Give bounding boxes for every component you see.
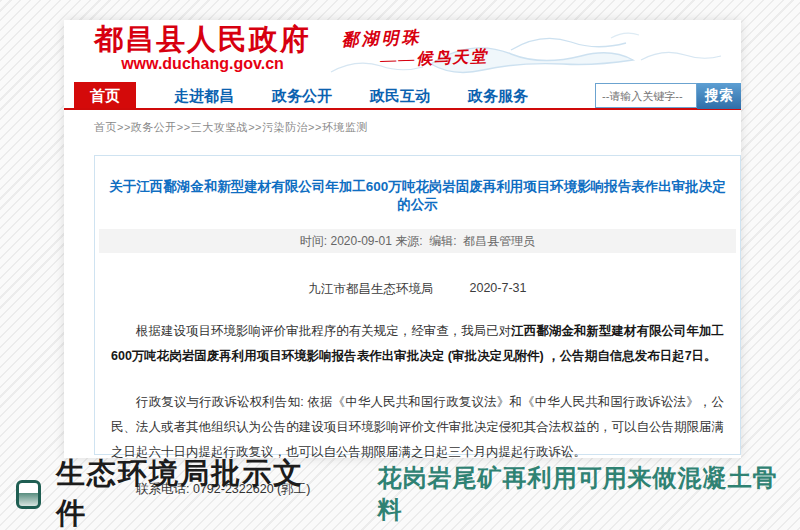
caption-heading: 生态环境局批示文件: [56, 454, 333, 530]
byline-date: 2020-7-31: [470, 281, 527, 298]
nav-item-about-duchang[interactable]: 走进都昌: [174, 82, 234, 108]
caption-band: 生态环境局批示文件 花岗岩尾矿再利用可用来做混凝土骨料: [0, 458, 800, 530]
search-bar: 搜索: [595, 83, 741, 109]
site-name: 都昌县人民政府: [94, 24, 311, 55]
byline-organization: 九江市都昌生态环境局: [309, 281, 434, 298]
site-slogan: 鄱湖明珠 ——候鸟天堂: [341, 23, 488, 72]
caption-subtext: 花岗岩尾矿再利用可用来做混凝土骨料: [377, 462, 800, 526]
search-input[interactable]: [595, 83, 697, 108]
nav-item-gov-services[interactable]: 政务服务: [468, 82, 528, 108]
nav-item-public-interaction[interactable]: 政民互动: [370, 82, 430, 108]
slogan-line2: ——候鸟天堂: [380, 46, 489, 71]
page-background: 都昌县人民政府 www.duchang.gov.cn 鄱湖明珠 ——候鸟天堂 首…: [0, 0, 800, 530]
article-paragraph-1: 根据建设项目环境影响评价审批程序的有关规定，经审查，我局已对江西鄱湖金和新型建材…: [95, 319, 740, 369]
search-button[interactable]: 搜索: [697, 83, 741, 109]
paragraph-1-normal-text: 根据建设项目环境影响评价审批程序的有关规定，经审查，我局已对: [136, 324, 511, 338]
article-meta: 时间: 2020-09-01 来源: 编辑: 都昌县管理员: [99, 229, 736, 253]
site-logo[interactable]: 都昌县人民政府 www.duchang.gov.cn: [94, 24, 311, 73]
main-navigation: 首页 走进都昌 政务公开 政民互动 政务服务 搜索: [64, 82, 741, 110]
site-url: www.duchang.gov.cn: [94, 55, 311, 73]
article-title: 关于江西鄱湖金和新型建材有限公司年加工600万吨花岗岩固废再利用项目环境影响报告…: [95, 178, 740, 214]
website-screenshot-card: 都昌县人民政府 www.duchang.gov.cn 鄱湖明珠 ——候鸟天堂 首…: [64, 20, 741, 458]
nav-item-home[interactable]: 首页: [74, 82, 136, 108]
nav-item-gov-disclosure[interactable]: 政务公开: [272, 82, 332, 108]
article-panel: 关于江西鄱湖金和新型建材有限公司年加工600万吨花岗岩固废再利用项目环境影响报告…: [94, 155, 741, 455]
document-icon: [16, 480, 41, 509]
site-header: 都昌县人民政府 www.duchang.gov.cn 鄱湖明珠 ——候鸟天堂: [64, 20, 741, 82]
article-byline: 九江市都昌生态环境局 2020-7-31: [95, 281, 740, 298]
breadcrumb[interactable]: 首页>>政务公开>>三大攻坚战>>污染防治>>环境监测: [64, 110, 741, 135]
